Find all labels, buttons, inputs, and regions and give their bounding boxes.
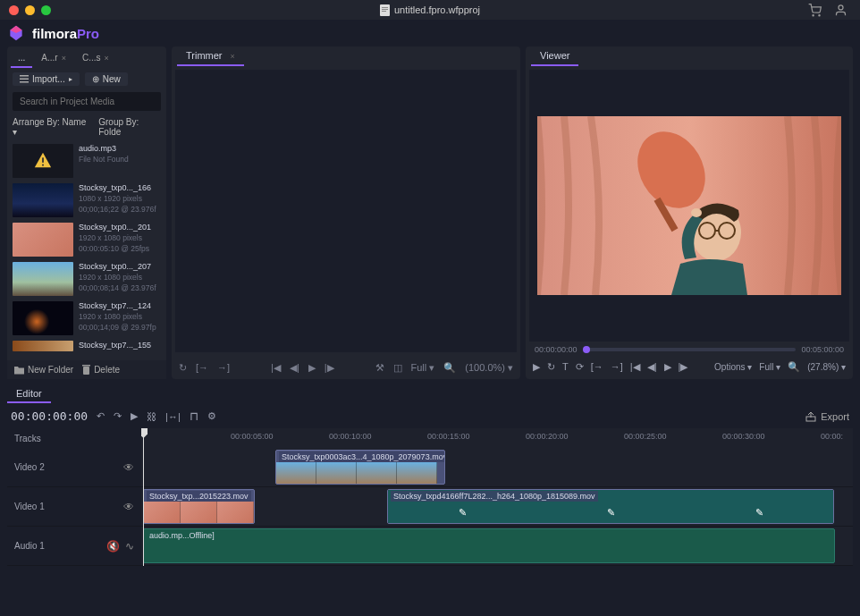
full-dropdown[interactable]: Full ▾ [759,362,780,372]
viewer-image [537,116,841,295]
loop-icon[interactable]: ↻ [179,362,187,374]
gear-icon[interactable]: ⚙ [207,410,216,422]
waveform-icon[interactable]: ∿ [125,540,134,553]
media-item[interactable]: Stocksy_txp0..._166 1080 x 1920 pixels 0… [11,181,163,219]
clip[interactable]: audio.mp...Offline] [143,528,835,563]
group-by-dropdown[interactable]: Group By: Folde [98,117,161,137]
step-back-icon[interactable]: ◀| [647,361,657,373]
clip[interactable]: Stocksy_txpd4166ff7L282..._h264_1080p_18… [387,489,834,524]
visibility-icon[interactable]: 👁 [123,501,134,513]
undo-icon[interactable]: ↶ [97,410,105,422]
track-label-video1[interactable]: Video 1 👁 [7,487,141,527]
maximize-window-button[interactable] [41,5,51,15]
media-tab-3[interactable]: C...s× [75,49,116,68]
zoom-value[interactable]: (100.0%) ▾ [465,362,513,374]
media-name: Stocksy_txp0..._166 [79,183,156,192]
cart-icon[interactable] [808,4,822,17]
viewer-time-end: 00:05:00:00 [801,345,844,354]
goto-start-icon[interactable]: |◀ [630,361,640,373]
clip[interactable]: Stocksy_txp0003ac3...4_1080p_2079073.mov [275,450,445,485]
tool2-icon[interactable]: ◫ [393,362,402,374]
search-icon[interactable]: 🔍 [443,362,456,374]
media-item[interactable]: Stocksy_txp7..._155 [11,339,163,353]
export-icon [805,411,816,422]
snap-icon[interactable]: |↔| [165,411,181,422]
full-dropdown[interactable]: Full ▾ [411,362,435,374]
viewer-zoom[interactable]: (27.8%) ▾ [807,362,846,372]
timeline-content[interactable]: 00:00:05:00 00:00:10:00 00:00:15:00 00:0… [141,428,853,566]
clip[interactable]: Stocksy_txp...2015223.mov [143,489,255,524]
svg-rect-3 [382,11,386,12]
viewer-viewport[interactable] [529,70,849,342]
arrange-by-dropdown[interactable]: Arrange By: Name ▾ [13,117,89,137]
playhead[interactable] [143,428,144,566]
close-icon[interactable]: × [62,54,66,63]
window-title: untitled.fpro.wfpproj [380,4,480,16]
visibility-icon[interactable]: 👁 [123,461,134,474]
magnet-icon[interactable]: ⊓ [190,409,198,423]
tool-icon[interactable]: ⚒ [375,362,384,374]
editor-timecode: 00:00:00:00 [11,409,88,423]
out-icon[interactable]: →] [217,362,230,373]
play-icon[interactable]: ▶ [664,361,671,373]
plus-icon: ⊕ [92,74,99,84]
media-tab-1[interactable]: ... [11,49,32,68]
track-audio1[interactable]: audio.mp...Offline] [141,527,853,566]
ruler-tick: 00:00:30:00 [722,432,765,441]
play-icon[interactable]: ▶ [533,361,540,373]
chevron-right-icon: ▸ [69,75,72,83]
media-list: audio.mp3 File Not Found Stocksy_txp0...… [7,140,166,360]
minimize-window-button[interactable] [25,5,35,15]
in-icon[interactable]: [→ [196,362,208,373]
delete-button[interactable]: Delete [82,365,120,375]
out-icon[interactable]: →] [611,361,623,372]
redo-icon[interactable]: ↷ [114,410,122,422]
close-icon[interactable]: × [105,54,109,63]
search-icon[interactable]: 🔍 [788,361,800,373]
track-video1[interactable]: Stocksy_txp...2015223.mov Stocksy_txpd41… [141,487,853,527]
timeline: Tracks Video 2 👁 Video 1 👁 Audio 1 🔇 ∿ 0… [7,428,853,566]
track-label-audio1[interactable]: Audio 1 🔇 ∿ [7,527,141,566]
viewer-scrubber[interactable] [583,348,797,351]
media-meta: 00;00;14;09 @ 29.97fp [79,323,156,332]
timeline-ruler[interactable]: 00:00:05:00 00:00:10:00 00:00:15:00 00:0… [141,428,853,448]
media-item[interactable]: Stocksy_txp7..._124 1920 x 1080 pixels 0… [11,300,163,337]
media-name: Stocksy_txp7..._124 [79,301,156,310]
text-icon[interactable]: T [562,361,569,372]
step-fwd-icon[interactable]: |▶ [679,361,688,373]
ruler-tick: 00:00:25:00 [624,432,667,441]
media-tab-2[interactable]: A...r× [34,49,73,68]
svg-rect-0 [380,4,390,16]
media-item[interactable]: Stocksy_txp0..._201 1920 x 1080 pixels 0… [11,221,163,258]
import-button[interactable]: Import... ▸ [13,72,80,86]
step-fwd-icon[interactable]: |▶ [325,362,334,374]
step-back-icon[interactable]: ◀| [290,362,299,374]
user-icon[interactable] [834,4,847,17]
trimmer-panel: Trimmer × ↻ [→ →] |◀ ◀| ▶ |▶ ⚒ ◫ Full ▾ … [172,46,520,379]
in-icon[interactable]: [→ [591,361,603,372]
track-video2[interactable]: Stocksy_txp0003ac3...4_1080p_2079073.mov [141,448,853,487]
play-icon[interactable]: ▶ [308,362,316,374]
link-icon[interactable]: ⛓ [147,411,156,422]
export-button[interactable]: Export [805,411,849,422]
editor-toolbar: 00:00:00:00 ↶ ↷ ▶ ⛓ |↔| ⊓ ⚙ Export [7,404,853,428]
svg-rect-1 [382,7,388,8]
track-label-video2[interactable]: Video 2 👁 [7,448,141,487]
loop-icon[interactable]: ↻ [547,361,555,373]
refresh-icon[interactable]: ⟳ [576,361,584,373]
media-thumbnail [13,223,73,257]
media-thumbnail-warning [13,144,73,178]
mute-icon[interactable]: 🔇 [106,540,120,553]
hamburger-icon [20,74,29,83]
new-button[interactable]: ⊕ New [85,72,128,86]
new-folder-button[interactable]: New Folder [14,365,73,375]
media-item[interactable]: audio.mp3 File Not Found [11,142,163,180]
tracks-header: Tracks [7,428,141,448]
search-input[interactable] [13,92,161,111]
warning-icon [33,151,53,171]
pointer-icon[interactable]: ▶ [131,410,138,422]
options-dropdown[interactable]: Options ▾ [714,362,752,372]
media-item[interactable]: Stocksy_txp0..._207 1920 x 1080 pixels 0… [11,260,163,298]
prev-icon[interactable]: |◀ [271,362,281,374]
close-window-button[interactable] [9,5,19,15]
